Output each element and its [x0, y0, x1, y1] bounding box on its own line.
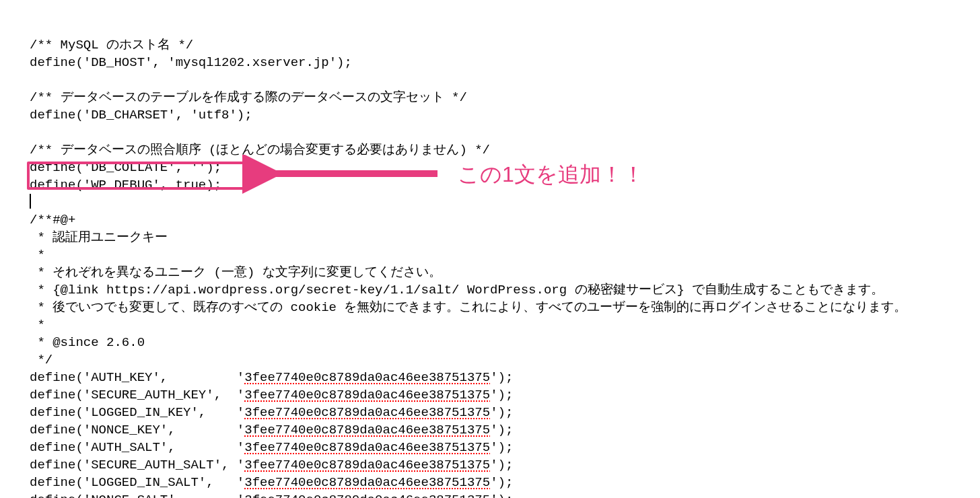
code-line: * @since 2.6.0	[30, 335, 145, 350]
code-line: *	[30, 318, 45, 332]
code-line: define('DB_CHARSET', 'utf8');	[30, 108, 252, 122]
code-line: define('LOGGED_IN_SALT', '3fee7740e0c878…	[30, 475, 513, 490]
code-line: * 認証用ユニークキー	[30, 230, 168, 245]
code-line: define('SECURE_AUTH_KEY', '3fee7740e0c87…	[30, 388, 513, 402]
nonce-key-value: 3fee7740e0c8789da0ac46ee38751375	[244, 423, 490, 437]
code-line: define('DB_COLLATE', '');	[30, 160, 221, 175]
auth-key-value: 3fee7740e0c8789da0ac46ee38751375	[244, 370, 490, 385]
code-line: define('AUTH_KEY', '3fee7740e0c8789da0ac…	[30, 370, 513, 385]
text-cursor	[30, 194, 31, 209]
auth-salt-value: 3fee7740e0c8789da0ac46ee38751375	[244, 440, 490, 455]
annotation-label: この1文を追加！！	[458, 160, 644, 190]
code-line: /**#@+	[30, 213, 75, 227]
code-line: define('AUTH_SALT', '3fee7740e0c8789da0a…	[30, 440, 513, 455]
code-line: /** データベースのテーブルを作成する際のデータベースの文字セット */	[30, 90, 467, 105]
code-line: *	[30, 248, 45, 262]
secure-auth-salt-value: 3fee7740e0c8789da0ac46ee38751375	[244, 458, 490, 472]
code-line: define('NONCE_KEY', '3fee7740e0c8789da0a…	[30, 423, 513, 437]
logged-in-salt-value: 3fee7740e0c8789da0ac46ee38751375	[244, 475, 490, 490]
code-line: /** データベースの照合順序 (ほとんどの場合変更する必要はありません) */	[30, 143, 490, 157]
code-line: /** MySQL のホスト名 */	[30, 38, 193, 52]
logged-in-key-value: 3fee7740e0c8789da0ac46ee38751375	[244, 405, 490, 420]
code-line: define('LOGGED_IN_KEY', '3fee7740e0c8789…	[30, 405, 513, 420]
code-line: * それぞれを異なるユニーク (一意) な文字列に変更してください。	[30, 265, 442, 280]
secure-auth-key-value: 3fee7740e0c8789da0ac46ee38751375	[244, 388, 490, 402]
code-line-highlight: define('WP_DEBUG', true);	[30, 178, 221, 192]
code-line: * 後でいつでも変更して、既存のすべての cookie を無効にできます。これに…	[30, 300, 907, 315]
code-line: define('SECURE_AUTH_SALT', '3fee7740e0c8…	[30, 458, 513, 472]
code-line: define('DB_HOST', 'mysql1202.xserver.jp'…	[30, 55, 352, 70]
code-line: * {@link https://api.wordpress.org/secre…	[30, 283, 884, 297]
nonce-salt-value: 3fee7740e0c8789da0ac46ee38751375	[244, 493, 490, 498]
code-editor-view: /** MySQL のホスト名 */ define('DB_HOST', 'my…	[0, 0, 980, 498]
code-line: define('NONCE_SALT', '3fee7740e0c8789da0…	[30, 493, 513, 498]
code-line: */	[30, 353, 53, 367]
